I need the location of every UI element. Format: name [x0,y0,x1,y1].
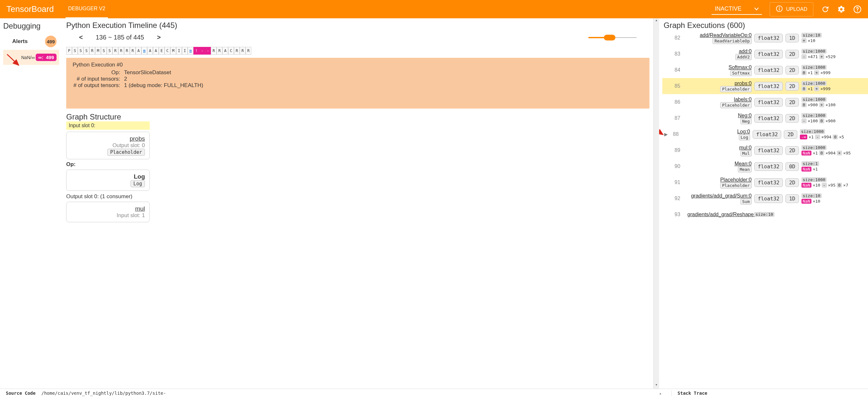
graph-exec-row[interactable]: 89mul:0Mulfloat322Dsize:1000NaN×10×904+×… [662,142,868,158]
exec-row-index: 86 [670,99,685,105]
tab-debugger[interactable]: DEBUGGER V2 [66,0,108,18]
timeline-tick[interactable]: A [153,47,159,55]
timeline-tick[interactable]: R [113,47,118,55]
scroll-up-icon[interactable]: ▴ [654,18,659,24]
graph-exec-row[interactable]: 82add/ReadVariableOp:0ReadVariableOpfloa… [662,30,868,46]
exec-row-rank: 2D [785,98,799,107]
exec-row-name[interactable]: gradients/add_grad/Sum:0 [687,193,752,199]
graph-exec-row[interactable]: 86labels:0Placeholderfloat322Dsize:10000… [662,94,868,110]
timeline-tick[interactable]: R [246,47,251,55]
mode-select[interactable]: INACTIVE [712,3,762,15]
graph-exec-row[interactable]: 90Mean:0Meanfloat320Dsize:1NaN×1 [662,158,868,174]
timeline-tick[interactable]: R [211,47,217,55]
logo: TensorBoard [6,4,58,14]
timeline-tick[interactable]: R [118,47,124,55]
exec-row-dtype: float32 [754,146,783,155]
exec-row-name[interactable]: Mean:0 [687,161,752,167]
timeline-tick[interactable]: A [135,47,142,55]
exec-row-dtype: float32 [754,194,783,203]
timeline-prev-button[interactable]: < [79,34,83,41]
gs-op-block[interactable]: Log Log [66,170,150,191]
timeline-tick[interactable]: E [159,47,164,55]
exec-row-name[interactable]: mul:0 [687,145,752,151]
timeline-tick[interactable]: I [176,47,182,55]
timeline-tick[interactable]: M [170,47,176,55]
timeline-tick[interactable]: R [89,47,95,55]
exec-detail-value: 2 [124,76,127,82]
exec-row-rank: 0D [785,162,799,171]
timeline-tick[interactable]: S [101,47,107,55]
exec-row-stats: size:10 [754,212,796,218]
exec-row-dtype: float32 [754,178,783,187]
timeline-tick[interactable]: A [222,47,228,55]
gs-input-slot: Output slot: 0 [71,142,145,149]
help-icon[interactable] [853,5,862,13]
graph-exec-row[interactable]: 92gradients/add_grad/Sum:0Sumfloat321Dsi… [662,191,868,206]
scroll-down-icon[interactable]: ▾ [654,383,659,389]
exec-row-name[interactable]: labels:0 [687,97,752,102]
graph-exec-row[interactable]: ▶88Log:0Logfloat322Dsize:1000-∞×1-×9940×… [662,126,868,142]
exec-row-index: 92 [670,196,685,201]
timeline-tick[interactable]: R [240,47,246,55]
exec-row-index: 83 [670,51,685,57]
graph-exec-row[interactable]: 84Softmax:0Softmaxfloat322Dsize:10000×1+… [662,62,868,78]
graph-exec-row[interactable]: 87Neg:0Negfloat322Dsize:1000-×1000×900 [662,110,868,126]
timeline-tick[interactable]: m [142,47,147,55]
graph-exec-row[interactable]: 91Placeholder:0Placeholderfloat322Dsize:… [662,174,868,191]
exec-row-stats: size:1000-×471+×529 [802,49,843,59]
gs-output-slot: Input slot: 1 [71,212,145,219]
timeline-panel: Python Execution Timeline (445) < 136 ~ … [62,18,653,389]
chevron-down-icon [754,5,759,12]
gear-icon[interactable] [837,5,845,13]
exec-row-name[interactable]: add:0 [687,48,752,54]
gs-output-block[interactable]: mul Input slot: 1 [66,202,150,222]
exec-row-name[interactable]: Softmax:0 [687,65,752,70]
timeline-tick[interactable]: I [182,47,188,55]
exec-row-dtype: float32 [753,130,781,139]
timeline-tick[interactable]: S [72,47,78,55]
upload-button[interactable]: UPLOAD [770,2,813,16]
gs-output-name: mul [71,205,145,212]
timeline-tick[interactable]: R [130,47,135,55]
timeline-tick[interactable]: R [124,47,130,55]
timeline-next-button[interactable]: > [157,34,161,41]
timeline-tick[interactable]: M [95,47,101,55]
exec-row-stats: size:1000NaN×10×904+×95 [802,145,851,156]
refresh-icon[interactable] [821,5,830,13]
exec-row-name[interactable]: gradients/add_grad/Reshape:0 [687,212,752,218]
exec-detail-title: Python Execution #0 [73,62,643,68]
timeline-tick[interactable]: S [84,47,89,55]
timeline-slider[interactable] [576,37,637,38]
alert-item-label: NaN/∞ [21,55,35,60]
timeline-tick[interactable]: - [199,47,205,55]
exec-row-rank: 1D [785,194,799,203]
exec-row-name[interactable]: add/ReadVariableOp:0 [687,32,752,38]
timeline-tick[interactable]: m [188,47,193,55]
alert-item-nan[interactable]: NaN/∞ ∞: 499 [3,50,59,65]
gs-input-block[interactable]: probs Output slot: 0 Placeholder [66,132,150,159]
timeline-tick[interactable]: - [205,47,211,55]
timeline-tick[interactable]: S [78,47,84,55]
timeline-tick[interactable]: S [107,47,113,55]
exec-row-name[interactable]: Log:0 [686,129,750,135]
timeline-tick[interactable]: C [228,47,234,55]
exec-row-name[interactable]: Neg:0 [687,113,752,119]
exec-row-rank: 2D [785,146,799,155]
timeline-tick[interactable]: R [234,47,240,55]
graph-exec-row[interactable]: 93gradients/add_grad/Reshape:0size:10 [662,206,868,223]
exec-row-name[interactable]: probs:0 [687,80,752,87]
timeline-tick[interactable]: ! [193,47,199,55]
exec-row-index: 88 [669,131,683,137]
exec-row-rank: 2D [785,50,799,59]
timeline-tick[interactable]: A [147,47,153,55]
scroll-up-icon[interactable]: ▴ [659,391,671,396]
timeline-tick[interactable]: C [164,47,170,55]
timeline-tick[interactable]: R [217,47,222,55]
graph-exec-row[interactable]: 85probs:0Placeholderfloat322Dsize:10000×… [662,78,868,94]
exec-row-op-chip: Mul [740,150,752,157]
center-scrollbar[interactable]: ▴ ▾ [653,18,659,389]
exec-row-op-chip: AddV2 [735,54,752,60]
exec-row-name[interactable]: Placeholder:0 [687,177,752,183]
timeline-tick[interactable]: P [66,47,72,55]
graph-exec-row[interactable]: 83add:0AddV2float322Dsize:1000-×471+×529 [662,46,868,62]
